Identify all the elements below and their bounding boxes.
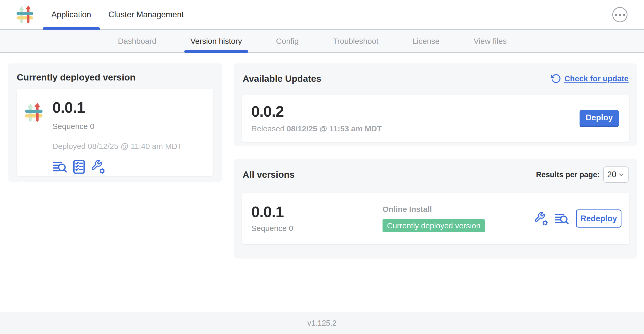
tab-application[interactable]: Application xyxy=(43,0,100,29)
currently-deployed-card: Currently deployed version 0.0.1 Sequenc… xyxy=(8,63,222,182)
redeploy-button[interactable]: Redeploy xyxy=(576,209,621,228)
results-per-page-label: Results per page: xyxy=(536,170,600,179)
preflight-checklist-icon[interactable] xyxy=(72,159,86,174)
deployed-version-panel: 0.0.1 Sequence 0 Deployed 08/12/25 @ 11:… xyxy=(17,89,213,176)
update-row: 0.0.2 Released 08/12/25 @ 11:53 am MDT D… xyxy=(242,95,629,142)
subnav-tab-config[interactable]: Config xyxy=(276,30,299,52)
footer: v1.125.2 xyxy=(0,312,644,334)
version-row: 0.0.1 Sequence 0 Online Install Currentl… xyxy=(242,193,629,244)
chevron-down-icon xyxy=(618,171,625,178)
subnav-tab-dashboard[interactable]: Dashboard xyxy=(118,30,156,52)
tab-cluster-management[interactable]: Cluster Management xyxy=(100,0,193,29)
deploy-button[interactable]: Deploy xyxy=(580,110,619,127)
subnav-tab-view-files[interactable]: View files xyxy=(474,30,507,52)
update-version-number: 0.0.2 xyxy=(251,104,382,119)
subnav-tab-troubleshoot[interactable]: Troubleshoot xyxy=(333,30,378,52)
all-versions-card: All versions Results per page: 20 0.0.1 … xyxy=(234,159,637,258)
console-version: v1.125.2 xyxy=(307,319,336,327)
tab-application-label: Application xyxy=(51,10,91,19)
all-versions-title: All versions xyxy=(243,169,294,180)
install-type-label: Online Install xyxy=(383,205,534,214)
more-menu-button[interactable] xyxy=(612,7,627,22)
top-nav-bar: Application Cluster Management xyxy=(0,0,644,30)
edit-config-icon[interactable] xyxy=(91,159,105,174)
header-tabs: Application Cluster Management xyxy=(43,0,192,29)
app-logo xyxy=(15,5,35,25)
ellipsis-icon xyxy=(615,14,617,16)
edit-config-icon[interactable] xyxy=(534,212,548,226)
update-released-timestamp: Released 08/12/25 @ 11:53 am MDT xyxy=(251,124,382,133)
deployed-version-number: 0.0.1 xyxy=(52,100,182,115)
deployed-timestamp: Deployed 08/12/25 @ 11:40 am MDT xyxy=(52,142,182,151)
main-content: Currently deployed version 0.0.1 Sequenc… xyxy=(0,53,644,312)
refresh-icon xyxy=(551,73,561,84)
deployed-sequence: Sequence 0 xyxy=(52,122,182,131)
subnav-tab-license[interactable]: License xyxy=(412,30,439,52)
available-updates-title: Available Updates xyxy=(243,73,321,84)
app-logo xyxy=(23,102,44,123)
subnav-tab-version-history[interactable]: Version history xyxy=(190,30,242,52)
view-logs-icon[interactable] xyxy=(52,159,67,174)
row-sequence: Sequence 0 xyxy=(251,224,383,233)
tab-cluster-management-label: Cluster Management xyxy=(108,10,184,19)
view-logs-icon[interactable] xyxy=(555,212,569,226)
row-version-number: 0.0.1 xyxy=(251,204,383,219)
results-per-page-select[interactable]: 20 xyxy=(603,166,629,183)
currently-deployed-badge: Currently deployed version xyxy=(383,219,485,232)
deployed-card-title: Currently deployed version xyxy=(17,72,213,83)
app-subnav: Dashboard Version history Config Trouble… xyxy=(0,30,644,53)
check-for-update-link[interactable]: Check for update xyxy=(551,73,629,84)
available-updates-card: Available Updates Check for update 0.0.2… xyxy=(234,63,637,146)
